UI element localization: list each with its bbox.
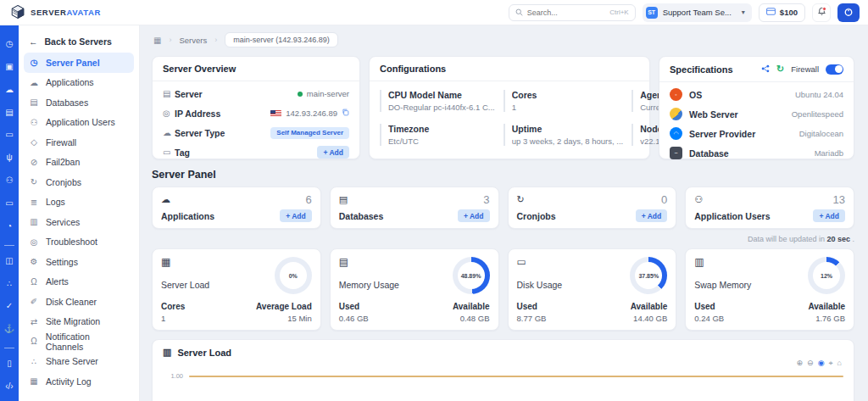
panel-icon[interactable]: ▣ (5, 58, 13, 81)
breadcrumb-servers[interactable]: Servers (179, 36, 207, 45)
database-icon: ▤ (29, 97, 39, 107)
spec-row-database: ~ Database Mariadb (670, 143, 843, 163)
configurations-card: Configurations CPU Model NameDO-Regular … (369, 56, 650, 159)
sidebar-item-label: Share Server (46, 356, 98, 366)
sidebar-item-applications[interactable]: ☁Applications (24, 73, 134, 93)
sidebar-item-logs[interactable]: ≣Logs (24, 192, 134, 213)
sidebar-item-share-server[interactable]: ∴Share Server (24, 352, 134, 372)
chart-icon[interactable]: ◫ (5, 253, 13, 276)
ubuntu-logo-icon: ◦ (670, 88, 682, 101)
databases-icon[interactable]: ▤ (5, 104, 13, 127)
sidebar-item-firewall[interactable]: ◇Firewall (24, 132, 134, 153)
brand-name: SERVERAVATAR (31, 8, 101, 17)
back-to-servers-button[interactable]: ← Back to Servers (24, 31, 134, 53)
breadcrumb: ▦ › Servers › main-server (142.93.246.89… (140, 25, 868, 49)
global-search[interactable]: Ctrl+K (509, 4, 636, 21)
clock-icon[interactable]: ◔ (7, 218, 12, 241)
sidebar-item-notification-channels[interactable]: ΩNotification Channels (24, 331, 134, 352)
sidebar-item-services[interactable]: ▥Services (24, 212, 134, 232)
reset-home-icon[interactable]: ⌂ (837, 359, 842, 368)
sidebar-item-activity-log[interactable]: ▦Activity Log (24, 371, 134, 392)
team-dropdown[interactable]: ST Support Team Se... ▾ (643, 3, 752, 22)
sidebar-item-disk-cleaner[interactable]: ✐Disk Cleaner (24, 292, 134, 312)
document-icon: ≣ (29, 198, 39, 207)
network-icon[interactable]: ψ (6, 149, 12, 172)
metric-left-value: 8.77 GB (517, 314, 547, 323)
config-item-cores: Cores1 (504, 90, 624, 112)
count-value: 6 (306, 193, 312, 206)
add-tag-button[interactable]: + Add (317, 146, 349, 159)
add-cronjobs-button[interactable]: + Add (636, 209, 668, 222)
share-icon[interactable] (761, 64, 770, 75)
card-label: Applications (161, 211, 214, 221)
selection-zoom-icon[interactable]: ◉ (818, 359, 825, 368)
location-pin-icon: ◎ (163, 109, 175, 118)
panel-card-databases[interactable]: ▤3Databases+ Add (330, 187, 499, 229)
credit-balance-button[interactable]: $100 (759, 3, 805, 22)
metric-left-label: Used (517, 302, 547, 311)
brand-logo[interactable]: SERVERAVATAR (10, 4, 137, 21)
breadcrumb-current-server[interactable]: main-server (142.93.246.89) (225, 32, 338, 47)
applications-icon: ☁ (29, 78, 39, 87)
firewall-toggle[interactable] (826, 64, 843, 75)
spec-value: Mariadb (815, 148, 843, 158)
metric-right-value: 14.40 GB (631, 314, 668, 323)
sidebar-item-server-panel[interactable]: ◷Server Panel (24, 53, 134, 73)
zoom-out-icon[interactable]: ⊖ (807, 359, 814, 368)
app-window: SERVERAVATAR Ctrl+K ST Support Team Se..… (0, 0, 868, 401)
sidebar-item-label: Activity Log (46, 376, 92, 387)
copy-icon[interactable] (342, 109, 349, 118)
config-item-cpu-model-name: CPU Model NameDO-Regular pc-i440fx-6.1 C… (380, 90, 495, 112)
sidebar-item-fail2ban[interactable]: ⊘Fail2ban (24, 153, 134, 173)
notifications-button[interactable] (812, 3, 831, 22)
zoom-in-icon[interactable]: ⊕ (797, 359, 804, 368)
config-value: 1 (512, 103, 624, 112)
add-application-users-button[interactable]: + Add (813, 209, 845, 222)
search-input[interactable] (527, 8, 606, 17)
pan-icon[interactable]: ⌖ (828, 359, 832, 368)
sidebar-item-troubleshoot[interactable]: ◎Troubleshoot (24, 232, 134, 253)
add-applications-button[interactable]: + Add (280, 209, 312, 222)
share-nodes-icon[interactable]: ∴ (7, 276, 12, 298)
sidebar-menu: ◷Server Panel☁Applications▤Databases⚇App… (24, 53, 134, 392)
server-type-badge: Self Managed Server (270, 127, 349, 139)
metric-left-label: Used (694, 302, 724, 311)
rail-divider (4, 348, 14, 348)
troubleshoot-icon: ◎ (29, 237, 39, 247)
gauge-icon[interactable]: ◷ (6, 36, 14, 58)
chart-plot-area[interactable]: 1.00 (163, 372, 843, 380)
sidebar-item-application-users[interactable]: ⚇Application Users (24, 113, 134, 133)
sidebar-item-label: Site Migration (46, 316, 100, 326)
users-icon[interactable]: ⚇ (6, 172, 14, 195)
panel-card-cronjobs[interactable]: ↻0Cronjobs+ Add (508, 187, 677, 229)
anchor-icon[interactable]: ⚓ (4, 320, 14, 343)
metric-card-server-load: ▦0%Server LoadCores1Average Load15 Min (152, 248, 321, 331)
header-actions: Ctrl+K ST Support Team Se... ▾ $100 (509, 3, 860, 22)
donut-percent: 48.89% (461, 273, 481, 279)
billing-card-icon[interactable]: ▭ (5, 195, 13, 218)
back-label: Back to Servers (45, 36, 112, 47)
mobile-icon[interactable]: ▯ (7, 355, 12, 378)
sidebar-item-label: Settings (46, 257, 78, 267)
overview-label: IP Address (175, 109, 220, 119)
panel-card-applications[interactable]: ☁6Applications+ Add (152, 187, 321, 229)
metric-right-label: Available (453, 302, 490, 311)
sidebar-item-settings[interactable]: ⚙Settings (24, 252, 134, 272)
disk-icon[interactable]: ▭ (5, 126, 13, 149)
donut-percent: 37.85% (638, 273, 659, 279)
check-circle-icon[interactable]: ✓ (6, 298, 13, 320)
refresh-icon[interactable]: ↻ (776, 64, 784, 75)
cube-logo-icon (10, 4, 25, 21)
code-icon[interactable]: ‹/› (5, 378, 13, 401)
server-overview-card: Server Overview ▤ Server main-server ◎ I… (152, 56, 360, 159)
grid-icon[interactable]: ▦ (153, 36, 161, 45)
panel-card-application-users[interactable]: ⚇13Application Users+ Add (685, 187, 854, 229)
power-button[interactable] (837, 3, 860, 22)
applications-icon[interactable]: ☁ (5, 81, 14, 104)
sidebar-item-alerts[interactable]: ΩAlerts (24, 272, 134, 292)
add-databases-button[interactable]: + Add (458, 209, 490, 222)
sidebar-item-cronjobs[interactable]: ↻Cronjobs (24, 172, 134, 192)
services-icon: ▥ (29, 217, 39, 226)
sidebar-item-site-migration[interactable]: ⇄Site Migration (24, 312, 134, 332)
sidebar-item-databases[interactable]: ▤Databases (24, 92, 134, 113)
